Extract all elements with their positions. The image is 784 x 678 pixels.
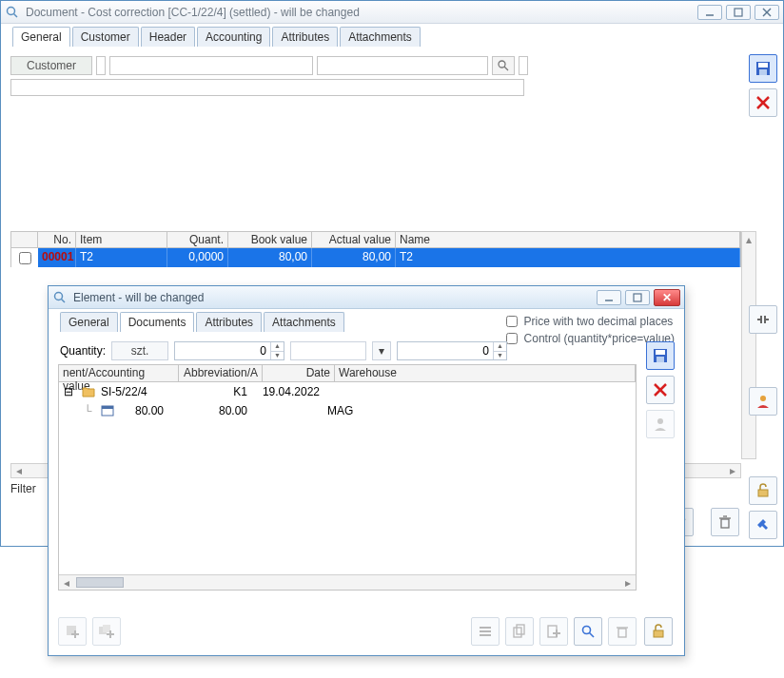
link-button[interactable] [749, 305, 777, 334]
value-input[interactable] [398, 342, 493, 359]
scroll-up-icon[interactable]: ▴ [742, 232, 755, 247]
tree-collapse-icon[interactable]: ⊟ [59, 384, 78, 399]
value-spinner[interactable]: ▲▼ [397, 341, 507, 360]
magnifier-icon [52, 290, 68, 305]
scroll-thumb[interactable] [76, 577, 124, 588]
etab-general[interactable]: General [60, 312, 118, 332]
documents-row-1[interactable]: ⊟ SI-5/22/4 K1 19.04.2022 [59, 382, 636, 401]
rate-dropdown[interactable] [290, 341, 366, 360]
tab-accounting[interactable]: Accounting [197, 27, 270, 47]
trash-button[interactable] [711, 508, 739, 536]
customer-code-input[interactable] [109, 56, 313, 75]
svg-rect-42 [517, 625, 524, 634]
tree-spacer [59, 410, 78, 412]
svg-rect-15 [721, 519, 729, 528]
minimize-button[interactable] [697, 5, 722, 20]
element-delete-button[interactable] [646, 376, 675, 404]
row-actual: 80,00 [312, 248, 396, 267]
svg-rect-14 [758, 490, 768, 496]
element-unlock-button[interactable] [644, 617, 673, 646]
folder-icon [78, 385, 97, 398]
element-minimize-button[interactable] [597, 290, 621, 305]
svg-rect-41 [514, 628, 521, 637]
etab-attachments[interactable]: Attachments [264, 312, 344, 332]
scroll-right-icon[interactable]: ▸ [620, 575, 636, 590]
tab-customer[interactable]: Customer [72, 27, 139, 47]
close-button[interactable] [755, 5, 779, 20]
row-item: T2 [76, 248, 167, 267]
element-user-button[interactable] [646, 410, 675, 438]
save-button[interactable] [749, 54, 777, 83]
customer-extra-toggle[interactable] [519, 56, 528, 75]
spin-up-icon[interactable]: ▲ [493, 342, 506, 351]
dcol-abbr: Abbreviation/A [179, 365, 263, 381]
element-maximize-button[interactable] [625, 290, 650, 305]
element-save-button[interactable] [646, 341, 675, 370]
element-bottom-right-toolbar [471, 617, 637, 646]
scroll-left-icon[interactable]: ◂ [59, 575, 74, 590]
etab-attributes[interactable]: Attributes [196, 312, 262, 332]
customer-label: Customer [10, 56, 92, 75]
scroll-left-icon[interactable]: ◂ [11, 464, 27, 477]
tab-attributes[interactable]: Attributes [272, 27, 338, 47]
tab-general[interactable]: General [12, 27, 70, 47]
document-title: Document - Cost correction [CC-1/22/4] (… [26, 6, 694, 19]
documents-row-2[interactable]: └ 80.00 80.00 MAG [59, 401, 636, 420]
tab-attachments[interactable]: Attachments [340, 27, 421, 47]
scroll-track[interactable] [126, 575, 620, 590]
row-name: T2 [396, 248, 740, 267]
magnifier-icon [5, 5, 20, 20]
element-right-toolbar [644, 341, 676, 438]
svg-rect-21 [634, 294, 641, 301]
copy-button[interactable] [505, 617, 534, 646]
new-button[interactable] [539, 617, 568, 646]
items-grid-header: No. Item Quant. Book value Actual value … [10, 231, 741, 248]
row-checkbox[interactable] [19, 252, 31, 264]
col-no: No. [38, 232, 76, 247]
add-multi-button[interactable] [92, 617, 121, 646]
pin-button[interactable] [749, 511, 777, 539]
row-book: 80,00 [228, 248, 312, 267]
scroll-right-icon[interactable]: ▸ [725, 464, 740, 477]
d1-wh [323, 391, 636, 393]
quantity-input[interactable] [175, 342, 270, 359]
etab-documents[interactable]: Documents [120, 312, 195, 332]
unlock-button[interactable] [749, 476, 777, 505]
spin-down-icon[interactable]: ▼ [493, 351, 506, 359]
svg-point-46 [583, 627, 591, 634]
add-button[interactable] [58, 617, 87, 646]
customer-toggle[interactable] [96, 56, 106, 75]
preview-button[interactable] [574, 617, 602, 646]
quantity-spinner[interactable]: ▲▼ [174, 341, 284, 360]
customer-search-button[interactable] [492, 56, 515, 75]
dcol-value: nent/Accounting value [59, 365, 179, 381]
element-close-button[interactable]: ✕ [654, 289, 680, 306]
rate-dropdown-button[interactable]: ▾ [372, 341, 391, 360]
documents-hscroll[interactable]: ◂ ▸ [59, 574, 636, 590]
d2-date [251, 410, 323, 412]
svg-rect-9 [758, 63, 768, 68]
user-button[interactable] [749, 387, 777, 416]
remove-button[interactable] [608, 617, 637, 646]
maximize-button[interactable] [726, 5, 751, 20]
delete-button[interactable] [749, 88, 777, 117]
tab-header[interactable]: Header [141, 27, 195, 47]
spacer [699, 508, 705, 536]
customer-name-input[interactable] [317, 56, 488, 75]
dcol-wh: Warehouse [335, 365, 636, 381]
svg-point-18 [55, 292, 63, 300]
items-grid: No. Item Quant. Book value Actual value … [10, 231, 741, 267]
customer-address-input[interactable] [10, 79, 524, 96]
d2-wh: MAG [323, 403, 636, 418]
d1-doc: SI-5/22/4 [97, 384, 167, 399]
spin-up-icon[interactable]: ▲ [270, 342, 284, 351]
element-titlebar: Element - will be changed ✕ [49, 286, 684, 309]
list-button[interactable] [471, 617, 500, 646]
svg-line-19 [62, 299, 66, 302]
spin-down-icon[interactable]: ▼ [270, 351, 284, 359]
outer-right-toolbar-mid [747, 305, 779, 416]
svg-rect-10 [759, 69, 767, 75]
price-decimals-checkbox[interactable]: Price with two decimal places [502, 313, 675, 330]
items-grid-row[interactable]: 00001 T2 0,0000 80,00 80,00 T2 [10, 248, 741, 267]
svg-rect-25 [656, 350, 665, 355]
